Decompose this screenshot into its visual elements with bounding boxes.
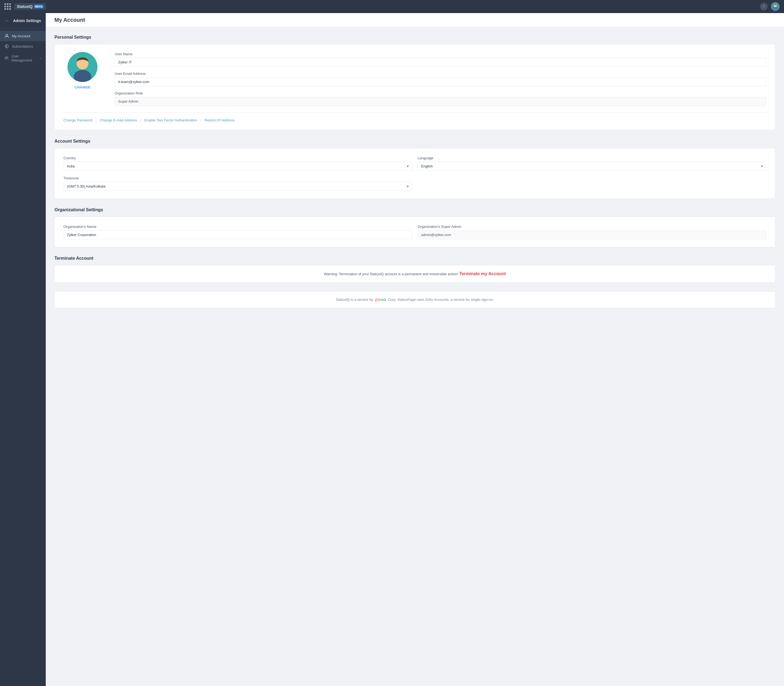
subscriptions-icon: $ xyxy=(4,44,9,49)
user-name-field-group: User Name xyxy=(114,52,766,67)
my-account-icon xyxy=(4,33,9,38)
org-name-label: Organization's Name xyxy=(64,225,412,229)
footer-text-after: Corp. StatusPage uses Zoho Accounts, a s… xyxy=(388,297,493,302)
country-select[interactable]: India United States United Kingdom xyxy=(64,162,412,171)
user-email-input[interactable] xyxy=(114,77,766,86)
account-settings-grid: Country India United States United Kingd… xyxy=(64,156,766,191)
org-super-admin-field-group: Organization's Super Admin xyxy=(418,225,766,239)
main-body: Personal Settings xyxy=(46,27,784,316)
terminate-warning-text: Warning: Termination of your StatusIQ ac… xyxy=(324,272,458,276)
svg-point-5 xyxy=(5,57,7,58)
terminate-title: Terminate Account xyxy=(54,256,775,261)
account-links-bar: Change Password | Change E-mail Address … xyxy=(64,118,766,122)
user-name-label: User Name xyxy=(114,52,766,56)
sidebar-back-button[interactable]: ← xyxy=(4,18,10,24)
sidebar: ← Admin Settings My Account $ xyxy=(0,13,46,686)
org-settings-section: Organizational Settings Organization's N… xyxy=(54,207,775,247)
sidebar-item-subscriptions-label: Subscriptions xyxy=(12,44,33,49)
country-select-wrapper: India United States United Kingdom ▼ xyxy=(64,162,412,171)
terminate-link[interactable]: Terminate my Account xyxy=(459,271,506,276)
org-settings-title: Organizational Settings xyxy=(54,207,775,212)
layout: ← Admin Settings My Account $ xyxy=(0,13,784,686)
app-logo: StatusIQ BETA xyxy=(14,3,46,10)
timezone-label: Timezone xyxy=(64,176,412,180)
language-field-group: Language English French German ▼ xyxy=(418,156,766,171)
org-super-admin-input xyxy=(418,230,766,239)
sidebar-item-subscriptions[interactable]: $ Subscriptions xyxy=(0,41,46,51)
personal-settings-card: CHANGE User Name User Email Address xyxy=(54,44,775,130)
footer-text-before: StatusIQ is a service by xyxy=(336,297,373,302)
country-field-group: Country India United States United Kingd… xyxy=(64,156,412,171)
timezone-select-wrapper: (GMT 5:30) Asia/Kolkata (GMT 0:00) UTC (… xyxy=(64,182,412,191)
page-title: My Account xyxy=(54,17,775,23)
sidebar-item-my-account[interactable]: My Account xyxy=(0,31,46,41)
sep-3: | xyxy=(200,118,201,122)
personal-settings-title: Personal Settings xyxy=(54,35,775,40)
grid-menu-icon[interactable] xyxy=(4,3,11,10)
terminate-card: Warning: Termination of your StatusIQ ac… xyxy=(54,265,775,283)
footer-card: StatusIQ is a service by ZOHO Corp. Stat… xyxy=(54,291,775,308)
zoho-logo: ZOHO xyxy=(375,298,386,302)
main-content: My Account Personal Settings xyxy=(46,13,784,686)
sidebar-title: Admin Settings xyxy=(13,18,41,23)
org-role-input xyxy=(114,97,766,106)
svg-point-6 xyxy=(7,57,8,58)
sidebar-item-my-account-label: My Account xyxy=(12,34,30,38)
beta-badge: BETA xyxy=(34,5,44,8)
account-settings-title: Account Settings xyxy=(54,139,775,144)
fields-section: User Name User Email Address Organizatio… xyxy=(114,52,766,106)
org-role-label: Organization Role xyxy=(114,91,766,95)
svg-point-2 xyxy=(6,34,8,36)
user-avatar-button[interactable] xyxy=(771,2,780,11)
change-email-link[interactable]: Change E-mail Address xyxy=(100,118,137,122)
user-email-field-group: User Email Address xyxy=(114,72,766,86)
two-factor-link[interactable]: Enable Two Factor Authentication xyxy=(145,118,197,122)
org-name-field-group: Organization's Name xyxy=(64,225,412,239)
org-role-field-group: Organization Role xyxy=(114,91,766,106)
terminate-section: Terminate Account Warning: Termination o… xyxy=(54,256,775,283)
user-management-icon xyxy=(4,56,9,61)
topbar: StatusIQ BETA ? xyxy=(0,0,784,13)
org-super-admin-label: Organization's Super Admin xyxy=(418,225,766,229)
user-email-label: User Email Address xyxy=(114,72,766,76)
avatar-section: CHANGE xyxy=(64,52,101,106)
personal-card-inner: CHANGE User Name User Email Address xyxy=(64,52,766,113)
org-settings-card: Organization's Name Organization's Super… xyxy=(54,217,775,247)
svg-text:$: $ xyxy=(6,45,7,48)
app-logo-text: StatusIQ xyxy=(17,4,33,9)
change-password-link[interactable]: Change Password xyxy=(64,118,92,122)
personal-settings-section: Personal Settings xyxy=(54,35,775,130)
user-avatar xyxy=(67,52,98,82)
sidebar-item-user-management[interactable]: User Management › xyxy=(0,51,46,65)
sep-1: | xyxy=(96,118,96,122)
country-label: Country xyxy=(64,156,412,160)
language-select[interactable]: English French German xyxy=(418,162,766,171)
timezone-select[interactable]: (GMT 5:30) Asia/Kolkata (GMT 0:00) UTC (… xyxy=(64,182,412,191)
main-header: My Account xyxy=(46,13,784,27)
language-label: Language xyxy=(418,156,766,160)
restrict-ip-link[interactable]: Restrict IP Address xyxy=(204,118,234,122)
user-name-input[interactable] xyxy=(114,58,766,67)
sidebar-nav: My Account $ Subscriptions xyxy=(0,29,46,67)
account-settings-card: Country India United States United Kingd… xyxy=(54,148,775,199)
sep-2: | xyxy=(140,118,141,122)
account-settings-section: Account Settings Country India United St… xyxy=(54,139,775,199)
help-button[interactable]: ? xyxy=(760,3,768,10)
timezone-field-group: Timezone (GMT 5:30) Asia/Kolkata (GMT 0:… xyxy=(64,176,412,191)
org-name-input[interactable] xyxy=(64,230,412,239)
org-settings-grid: Organization's Name Organization's Super… xyxy=(64,225,766,239)
sidebar-item-user-management-label: User Management xyxy=(11,54,38,62)
sidebar-header: ← Admin Settings xyxy=(0,13,46,29)
language-select-wrapper: English French German ▼ xyxy=(418,162,766,171)
change-avatar-link[interactable]: CHANGE xyxy=(74,85,90,89)
user-management-chevron-icon: › xyxy=(40,57,41,60)
